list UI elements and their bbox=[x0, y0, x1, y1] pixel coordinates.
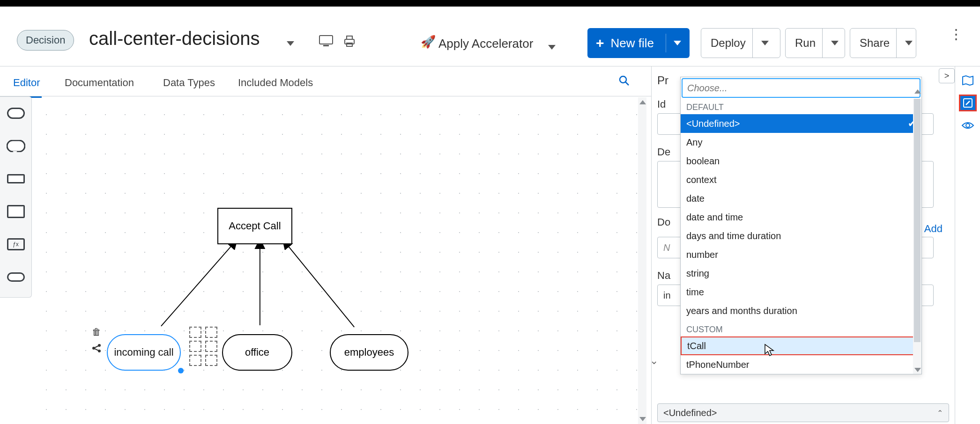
tab-data-types[interactable]: Data Types bbox=[161, 74, 217, 92]
context-tool-1[interactable] bbox=[189, 327, 201, 338]
dropdown-item[interactable]: tPhoneNumber bbox=[681, 355, 921, 374]
run-dropdown[interactable] bbox=[831, 41, 839, 45]
section-toggle[interactable]: ⌄ bbox=[650, 355, 658, 367]
canvas-vscrollbar[interactable] bbox=[638, 97, 646, 424]
svg-point-5 bbox=[620, 76, 626, 83]
svg-line-15 bbox=[95, 349, 98, 351]
svg-line-14 bbox=[95, 346, 98, 348]
canvas-grid bbox=[32, 96, 638, 424]
dropdown-group-label: CUSTOM bbox=[681, 320, 921, 336]
map-icon[interactable] bbox=[959, 72, 977, 89]
run-button[interactable]: Run bbox=[785, 28, 845, 58]
dropdown-item[interactable]: boolean bbox=[681, 152, 921, 170]
dropdown-item[interactable]: days and time duration bbox=[681, 227, 921, 245]
tab-included-models[interactable]: Included Models bbox=[236, 74, 315, 92]
new-file-dropdown[interactable] bbox=[674, 41, 681, 45]
eye-icon[interactable] bbox=[959, 117, 977, 134]
datatype-search-input[interactable] bbox=[687, 83, 915, 94]
dropdown-item[interactable]: date and time bbox=[681, 208, 921, 227]
node-accept-call[interactable]: Accept Call bbox=[217, 208, 292, 244]
new-file-button[interactable]: + New file bbox=[587, 28, 690, 58]
connect-icon[interactable] bbox=[92, 344, 101, 355]
resize-handle[interactable] bbox=[178, 368, 184, 373]
palette-annotation[interactable] bbox=[0, 130, 31, 162]
dropdown-scrollbar[interactable] bbox=[913, 99, 921, 374]
palette-decision[interactable] bbox=[0, 162, 31, 195]
node-employees[interactable]: employees bbox=[330, 334, 408, 371]
svg-rect-3 bbox=[347, 36, 352, 39]
project-dropdown[interactable] bbox=[287, 39, 294, 48]
more-menu-button[interactable]: ⋮ bbox=[949, 32, 963, 37]
svg-rect-1 bbox=[323, 45, 329, 46]
context-tool-4[interactable] bbox=[205, 341, 217, 352]
dropdown-item[interactable]: number bbox=[681, 245, 921, 264]
context-tool-5[interactable] bbox=[189, 355, 201, 366]
rocket-icon: 🚀 bbox=[421, 35, 436, 49]
decision-chip: Decision bbox=[17, 30, 74, 51]
tab-documentation[interactable]: Documentation bbox=[63, 74, 136, 92]
palette-text[interactable]: ƒx bbox=[0, 228, 31, 261]
dropdown-item[interactable]: context bbox=[681, 170, 921, 189]
dropdown-item[interactable]: <Undefined>✔ bbox=[681, 114, 921, 133]
edit-icon[interactable] bbox=[959, 95, 977, 111]
collapse-properties-button[interactable]: > bbox=[939, 68, 955, 83]
dropdown-item[interactable]: Any bbox=[681, 133, 921, 152]
dropdown-item[interactable]: years and months duration bbox=[681, 301, 921, 320]
project-title: call-center-decisions bbox=[89, 28, 260, 49]
deploy-button[interactable]: Deploy bbox=[701, 28, 780, 58]
svg-rect-0 bbox=[319, 36, 333, 44]
right-rail bbox=[955, 66, 980, 424]
palette-input-data[interactable] bbox=[0, 97, 31, 130]
node-incoming-call[interactable]: incoming call bbox=[107, 334, 181, 371]
palette-bkm[interactable] bbox=[0, 195, 31, 228]
add-documentation-link[interactable]: Add bbox=[924, 223, 943, 235]
apply-accelerator-button[interactable]: Apply Accelerator bbox=[438, 37, 533, 51]
desktop-icon[interactable] bbox=[319, 35, 334, 49]
dropdown-item[interactable]: time bbox=[681, 283, 921, 301]
dropdown-item[interactable]: string bbox=[681, 264, 921, 283]
palette-ks[interactable] bbox=[0, 261, 31, 293]
dropdown-item[interactable]: tCall bbox=[681, 336, 921, 355]
share-button[interactable]: Share bbox=[850, 28, 916, 58]
deploy-dropdown[interactable] bbox=[761, 41, 769, 45]
dropdown-group-label: DEFAULT bbox=[681, 98, 921, 114]
print-icon[interactable] bbox=[342, 35, 358, 49]
svg-rect-7 bbox=[7, 140, 25, 152]
data-type-field[interactable]: <Undefined>⌃ bbox=[657, 403, 949, 422]
context-tool-6[interactable] bbox=[205, 355, 217, 366]
node-office[interactable]: office bbox=[222, 334, 292, 371]
svg-point-17 bbox=[966, 124, 970, 127]
svg-line-6 bbox=[625, 82, 629, 85]
diagram-canvas[interactable]: Accept Call incoming call office employe… bbox=[32, 96, 638, 424]
dropdown-item[interactable]: date bbox=[681, 189, 921, 208]
datatype-dropdown: DEFAULT<Undefined>✔Anybooleancontextdate… bbox=[680, 77, 922, 374]
datatype-search[interactable] bbox=[682, 78, 921, 98]
context-tool-2[interactable] bbox=[205, 327, 217, 338]
delete-icon[interactable]: 🗑 bbox=[92, 327, 101, 337]
plus-icon: + bbox=[596, 35, 604, 51]
share-dropdown[interactable] bbox=[905, 41, 913, 45]
context-tool-3[interactable] bbox=[189, 341, 201, 352]
tab-editor[interactable]: Editor bbox=[11, 74, 42, 98]
search-icon[interactable] bbox=[618, 75, 630, 89]
shape-palette: ƒx bbox=[0, 96, 32, 298]
accelerator-dropdown[interactable] bbox=[548, 43, 556, 51]
